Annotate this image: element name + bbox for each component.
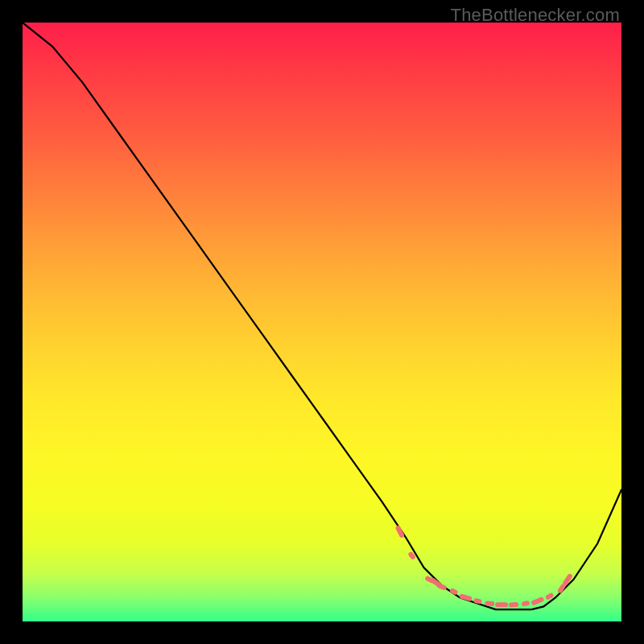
dashed-marker — [565, 576, 570, 583]
dashed-marker — [462, 597, 470, 599]
dashed-marker — [487, 603, 492, 604]
bottleneck-curve — [23, 23, 621, 609]
dashed-marker — [398, 528, 402, 535]
dashed-marker — [560, 587, 563, 591]
plot-area — [23, 23, 621, 621]
dashed-marker — [440, 586, 444, 588]
chart-frame: TheBottlenecker.com — [0, 0, 644, 644]
dashed-marker — [511, 605, 516, 605]
dashed-marker — [524, 603, 527, 604]
dashed-marker — [548, 596, 551, 597]
dashed-marker — [411, 555, 412, 557]
dashed-marker — [477, 601, 480, 601]
dashed-marker — [534, 600, 541, 603]
dashed-marker — [452, 591, 456, 592]
watermark-text: TheBottlenecker.com — [451, 5, 620, 26]
curve-layer — [23, 23, 621, 621]
